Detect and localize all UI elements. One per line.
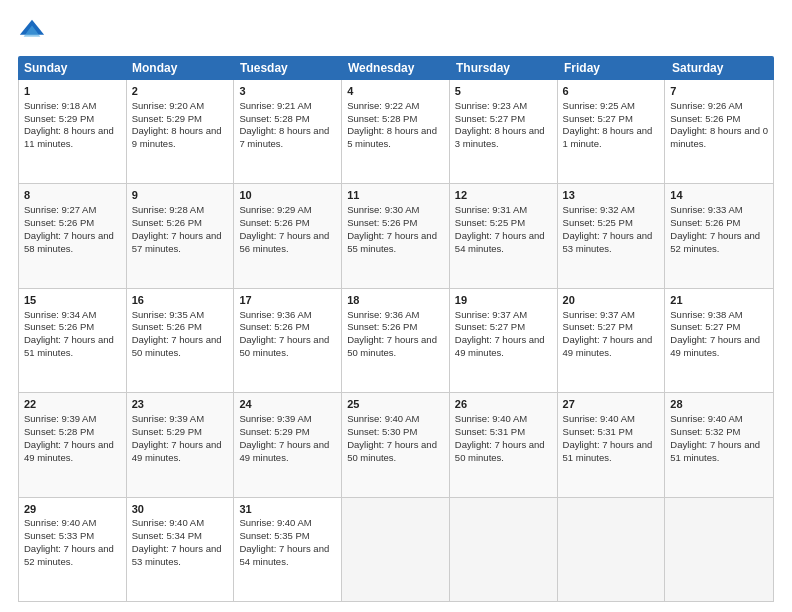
- day-number: 6: [563, 84, 660, 99]
- day-cell-30: 30Sunrise: 9:40 AMSunset: 5:34 PMDayligh…: [127, 498, 235, 601]
- day-number: 14: [670, 188, 768, 203]
- day-number: 17: [239, 293, 336, 308]
- daylight-hours: Daylight: 7 hours and 49 minutes.: [239, 439, 329, 463]
- day-cell-empty: [450, 498, 558, 601]
- sunset-time: Sunset: 5:31 PM: [455, 426, 525, 437]
- day-cell-8: 8Sunrise: 9:27 AMSunset: 5:26 PMDaylight…: [19, 184, 127, 287]
- daylight-hours: Daylight: 7 hours and 51 minutes.: [24, 334, 114, 358]
- sunrise-time: Sunrise: 9:39 AM: [24, 413, 96, 424]
- day-number: 4: [347, 84, 444, 99]
- sunrise-time: Sunrise: 9:40 AM: [132, 517, 204, 528]
- sunset-time: Sunset: 5:28 PM: [24, 426, 94, 437]
- sunrise-time: Sunrise: 9:28 AM: [132, 204, 204, 215]
- day-cell-12: 12Sunrise: 9:31 AMSunset: 5:25 PMDayligh…: [450, 184, 558, 287]
- day-cell-empty: [665, 498, 773, 601]
- sunset-time: Sunset: 5:26 PM: [347, 321, 417, 332]
- daylight-hours: Daylight: 7 hours and 49 minutes.: [563, 334, 653, 358]
- daylight-hours: Daylight: 7 hours and 54 minutes.: [239, 543, 329, 567]
- day-cell-14: 14Sunrise: 9:33 AMSunset: 5:26 PMDayligh…: [665, 184, 773, 287]
- day-cell-9: 9Sunrise: 9:28 AMSunset: 5:26 PMDaylight…: [127, 184, 235, 287]
- sunset-time: Sunset: 5:25 PM: [455, 217, 525, 228]
- sunrise-time: Sunrise: 9:20 AM: [132, 100, 204, 111]
- day-number: 29: [24, 502, 121, 517]
- day-cell-10: 10Sunrise: 9:29 AMSunset: 5:26 PMDayligh…: [234, 184, 342, 287]
- sunrise-time: Sunrise: 9:40 AM: [347, 413, 419, 424]
- sunrise-time: Sunrise: 9:35 AM: [132, 309, 204, 320]
- daylight-hours: Daylight: 7 hours and 50 minutes.: [347, 334, 437, 358]
- daylight-hours: Daylight: 7 hours and 49 minutes.: [132, 439, 222, 463]
- sunset-time: Sunset: 5:27 PM: [455, 321, 525, 332]
- daylight-hours: Daylight: 7 hours and 52 minutes.: [670, 230, 760, 254]
- logo-icon: [18, 18, 46, 46]
- sunset-time: Sunset: 5:26 PM: [239, 217, 309, 228]
- day-number: 3: [239, 84, 336, 99]
- day-cell-15: 15Sunrise: 9:34 AMSunset: 5:26 PMDayligh…: [19, 289, 127, 392]
- daylight-hours: Daylight: 8 hours and 1 minute.: [563, 125, 653, 149]
- day-number: 21: [670, 293, 768, 308]
- day-cell-empty: [342, 498, 450, 601]
- day-cell-3: 3Sunrise: 9:21 AMSunset: 5:28 PMDaylight…: [234, 80, 342, 183]
- sunset-time: Sunset: 5:31 PM: [563, 426, 633, 437]
- sunset-time: Sunset: 5:29 PM: [132, 113, 202, 124]
- day-number: 5: [455, 84, 552, 99]
- sunrise-time: Sunrise: 9:33 AM: [670, 204, 742, 215]
- day-number: 15: [24, 293, 121, 308]
- daylight-hours: Daylight: 7 hours and 50 minutes.: [239, 334, 329, 358]
- day-number: 19: [455, 293, 552, 308]
- day-cell-19: 19Sunrise: 9:37 AMSunset: 5:27 PMDayligh…: [450, 289, 558, 392]
- sunset-time: Sunset: 5:26 PM: [24, 321, 94, 332]
- sunrise-time: Sunrise: 9:23 AM: [455, 100, 527, 111]
- sunset-time: Sunset: 5:27 PM: [563, 321, 633, 332]
- cal-header-thursday: Thursday: [450, 56, 558, 80]
- sunrise-time: Sunrise: 9:34 AM: [24, 309, 96, 320]
- sunrise-time: Sunrise: 9:39 AM: [239, 413, 311, 424]
- daylight-hours: Daylight: 7 hours and 49 minutes.: [455, 334, 545, 358]
- sunset-time: Sunset: 5:27 PM: [563, 113, 633, 124]
- day-cell-21: 21Sunrise: 9:38 AMSunset: 5:27 PMDayligh…: [665, 289, 773, 392]
- calendar-header-row: SundayMondayTuesdayWednesdayThursdayFrid…: [18, 56, 774, 80]
- day-number: 18: [347, 293, 444, 308]
- daylight-hours: Daylight: 8 hours and 0 minutes.: [670, 125, 768, 149]
- day-cell-22: 22Sunrise: 9:39 AMSunset: 5:28 PMDayligh…: [19, 393, 127, 496]
- day-number: 30: [132, 502, 229, 517]
- day-cell-1: 1Sunrise: 9:18 AMSunset: 5:29 PMDaylight…: [19, 80, 127, 183]
- day-cell-5: 5Sunrise: 9:23 AMSunset: 5:27 PMDaylight…: [450, 80, 558, 183]
- day-number: 9: [132, 188, 229, 203]
- sunset-time: Sunset: 5:29 PM: [132, 426, 202, 437]
- sunset-time: Sunset: 5:27 PM: [455, 113, 525, 124]
- sunset-time: Sunset: 5:26 PM: [132, 217, 202, 228]
- sunset-time: Sunset: 5:29 PM: [24, 113, 94, 124]
- day-number: 31: [239, 502, 336, 517]
- cal-header-wednesday: Wednesday: [342, 56, 450, 80]
- day-number: 27: [563, 397, 660, 412]
- day-cell-28: 28Sunrise: 9:40 AMSunset: 5:32 PMDayligh…: [665, 393, 773, 496]
- page: SundayMondayTuesdayWednesdayThursdayFrid…: [0, 0, 792, 612]
- logo: [18, 18, 52, 46]
- sunrise-time: Sunrise: 9:32 AM: [563, 204, 635, 215]
- day-number: 10: [239, 188, 336, 203]
- daylight-hours: Daylight: 7 hours and 50 minutes.: [132, 334, 222, 358]
- sunset-time: Sunset: 5:28 PM: [347, 113, 417, 124]
- sunset-time: Sunset: 5:26 PM: [239, 321, 309, 332]
- day-number: 26: [455, 397, 552, 412]
- sunrise-time: Sunrise: 9:40 AM: [670, 413, 742, 424]
- day-number: 16: [132, 293, 229, 308]
- day-number: 25: [347, 397, 444, 412]
- day-number: 24: [239, 397, 336, 412]
- day-cell-4: 4Sunrise: 9:22 AMSunset: 5:28 PMDaylight…: [342, 80, 450, 183]
- day-cell-18: 18Sunrise: 9:36 AMSunset: 5:26 PMDayligh…: [342, 289, 450, 392]
- day-cell-27: 27Sunrise: 9:40 AMSunset: 5:31 PMDayligh…: [558, 393, 666, 496]
- day-cell-6: 6Sunrise: 9:25 AMSunset: 5:27 PMDaylight…: [558, 80, 666, 183]
- daylight-hours: Daylight: 8 hours and 11 minutes.: [24, 125, 114, 149]
- day-cell-2: 2Sunrise: 9:20 AMSunset: 5:29 PMDaylight…: [127, 80, 235, 183]
- calendar: SundayMondayTuesdayWednesdayThursdayFrid…: [18, 56, 774, 602]
- sunrise-time: Sunrise: 9:36 AM: [347, 309, 419, 320]
- daylight-hours: Daylight: 7 hours and 57 minutes.: [132, 230, 222, 254]
- day-cell-7: 7Sunrise: 9:26 AMSunset: 5:26 PMDaylight…: [665, 80, 773, 183]
- calendar-week-3: 15Sunrise: 9:34 AMSunset: 5:26 PMDayligh…: [19, 289, 773, 393]
- sunset-time: Sunset: 5:25 PM: [563, 217, 633, 228]
- daylight-hours: Daylight: 7 hours and 49 minutes.: [670, 334, 760, 358]
- header: [18, 18, 774, 46]
- sunset-time: Sunset: 5:35 PM: [239, 530, 309, 541]
- calendar-week-4: 22Sunrise: 9:39 AMSunset: 5:28 PMDayligh…: [19, 393, 773, 497]
